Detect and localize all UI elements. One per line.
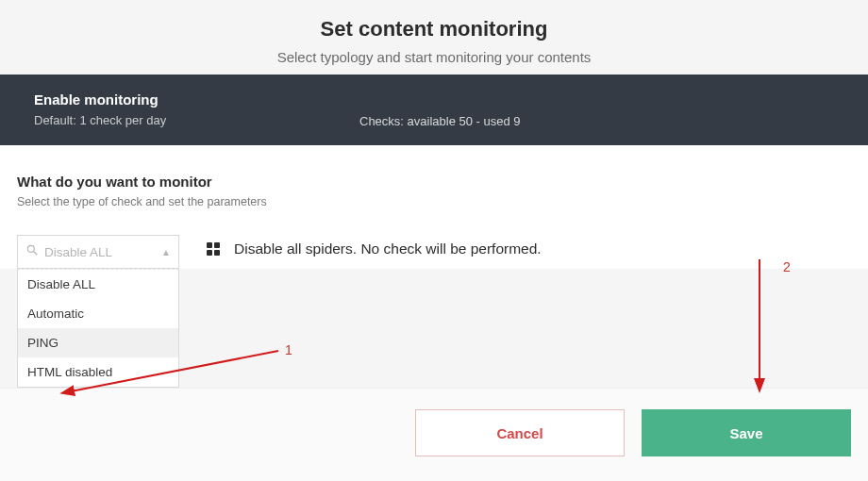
- svg-rect-4: [207, 250, 212, 256]
- page-title: Set content monitoring: [0, 17, 868, 41]
- svg-point-0: [27, 245, 34, 252]
- enable-monitoring-bar: Enable monitoring Default: 1 check per d…: [0, 75, 868, 145]
- main-section: What do you want to monitor Select the t…: [0, 145, 868, 269]
- annotation-arrow-2: [745, 255, 774, 396]
- monitor-row: Disable ALL ▲ Disable ALL Automatic PING…: [17, 235, 851, 269]
- selection-description: Disable all spiders. No check will be pe…: [206, 235, 542, 257]
- option-automatic[interactable]: Automatic: [18, 299, 178, 328]
- shield-icon: [206, 241, 221, 257]
- select-box[interactable]: Disable ALL ▲: [17, 235, 179, 269]
- option-html-disabled[interactable]: HTML disabled: [18, 357, 178, 387]
- monitor-question-sub: Select the type of check and set the par…: [17, 195, 851, 208]
- selection-description-text: Disable all spiders. No check will be pe…: [234, 240, 542, 257]
- cancel-button[interactable]: Cancel: [415, 409, 625, 456]
- search-icon: [25, 243, 39, 260]
- save-button[interactable]: Save: [642, 409, 851, 456]
- monitor-type-select[interactable]: Disable ALL ▲ Disable ALL Automatic PING…: [17, 235, 179, 269]
- footer-actions: Cancel Save: [0, 388, 868, 481]
- enable-monitoring-title: Enable monitoring: [34, 91, 359, 108]
- option-disable-all[interactable]: Disable ALL: [18, 270, 178, 299]
- chevron-up-icon: ▲: [161, 247, 171, 257]
- annotation-label-2: 2: [783, 259, 791, 274]
- select-dropdown: Disable ALL Automatic PING HTML disabled: [17, 269, 179, 388]
- svg-rect-3: [214, 242, 220, 248]
- enable-monitoring-left: Enable monitoring Default: 1 check per d…: [34, 91, 359, 127]
- enable-monitoring-sub: Default: 1 check per day: [34, 113, 359, 127]
- option-ping[interactable]: PING: [18, 328, 178, 357]
- page-subtitle: Select typology and start monitoring you…: [0, 49, 868, 65]
- svg-rect-2: [207, 242, 212, 248]
- annotation-label-1: 1: [285, 342, 292, 357]
- checks-status: Checks: available 50 - used 9: [359, 91, 521, 128]
- svg-line-1: [34, 252, 38, 256]
- monitor-question-title: What do you want to monitor: [17, 174, 851, 190]
- svg-rect-5: [214, 250, 220, 256]
- select-placeholder: Disable ALL: [39, 245, 161, 259]
- page-header: Set content monitoring Select typology a…: [0, 0, 868, 75]
